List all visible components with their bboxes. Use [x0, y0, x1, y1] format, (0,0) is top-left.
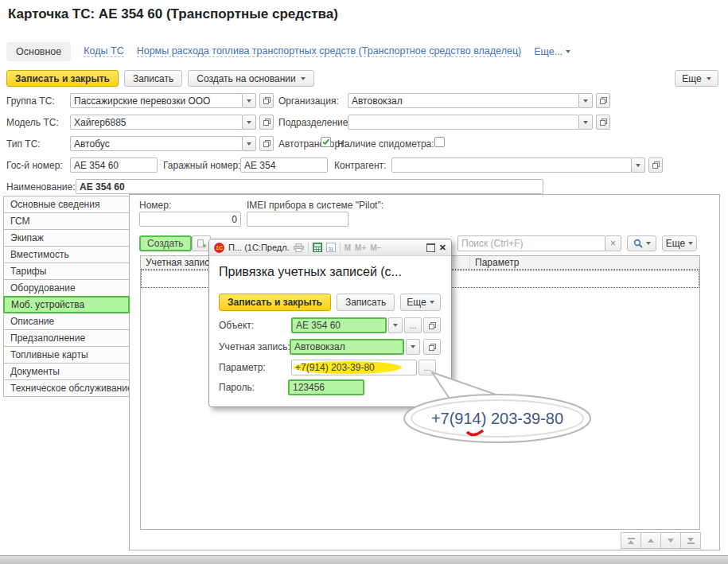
- department-open-button[interactable]: [596, 115, 610, 130]
- name-input[interactable]: [76, 179, 543, 194]
- printer-icon[interactable]: [294, 243, 304, 252]
- type-ts-open-button[interactable]: [259, 136, 274, 151]
- object-open-button[interactable]: [423, 317, 441, 333]
- garage-number-input[interactable]: [240, 158, 328, 173]
- dialog-save-close-button[interactable]: Записать и закрыть: [219, 294, 331, 311]
- tab-link-codes[interactable]: Коды ТС: [84, 45, 123, 57]
- checkmark-icon: [321, 137, 330, 147]
- search-clear-button[interactable]: ×: [605, 235, 621, 251]
- dialog-more-button[interactable]: Еще: [400, 294, 440, 311]
- object-label: Объект:: [219, 320, 254, 331]
- sidebar-item-capacity[interactable]: Вместимость: [3, 246, 130, 263]
- account-open-button[interactable]: [423, 339, 441, 355]
- department-dropdown-button[interactable]: [578, 115, 593, 130]
- object-input[interactable]: АЕ 354 60: [291, 317, 387, 333]
- account-input[interactable]: Автовокзал: [290, 339, 404, 355]
- open-window-icon: [263, 96, 271, 105]
- password-label: Пароль:: [219, 382, 255, 393]
- tab-more-menu[interactable]: Еще...: [534, 46, 570, 57]
- contractor-dropdown-button[interactable]: [631, 158, 645, 173]
- triangle-up-icon: [628, 540, 634, 544]
- sidebar-item-tariffs[interactable]: Тарифы: [3, 263, 130, 280]
- organization-input[interactable]: [348, 93, 579, 108]
- search-input[interactable]: [457, 235, 605, 251]
- callout-balloon: +7(914) 203-39-80: [394, 364, 633, 450]
- chevron-down-icon: [411, 345, 415, 348]
- model-ts-label: Модель ТС:: [6, 117, 59, 128]
- dialog-save-button[interactable]: Записать: [337, 294, 395, 311]
- go-last-icon: [687, 543, 695, 544]
- password-input[interactable]: 123456: [288, 379, 364, 395]
- model-ts-open-button[interactable]: [259, 115, 274, 130]
- memory-plus-button[interactable]: M+: [355, 243, 366, 252]
- dialog-title: П... (1С:Предл.: [228, 243, 290, 252]
- group-ts-input[interactable]: [70, 93, 243, 108]
- department-input[interactable]: [348, 115, 579, 130]
- tab-main[interactable]: Основное: [6, 42, 71, 61]
- save-button[interactable]: Записать: [124, 70, 182, 87]
- contractor-input[interactable]: [391, 158, 632, 173]
- sidebar-item-crew[interactable]: Экипаж: [3, 229, 130, 247]
- go-first-button[interactable]: [621, 532, 641, 549]
- 1c-logo-icon: 1С: [214, 243, 224, 253]
- sidebar-item-mobile-devices[interactable]: Моб. устройства: [3, 296, 130, 313]
- account-dropdown-button[interactable]: [406, 339, 420, 355]
- open-window-icon: [599, 96, 608, 105]
- gos-number-label: Гос-й номер:: [6, 160, 63, 171]
- organization-dropdown-button[interactable]: [578, 93, 593, 108]
- chevron-down-icon: [566, 50, 570, 53]
- sidebar-item-prefill[interactable]: Предзаполнение: [3, 329, 130, 347]
- type-ts-dropdown-button[interactable]: [242, 136, 256, 151]
- model-ts-dropdown-button[interactable]: [242, 115, 256, 130]
- calculator-icon[interactable]: [313, 243, 322, 252]
- number-label: Номер:: [139, 200, 171, 211]
- contractor-open-button[interactable]: [648, 158, 663, 173]
- dialog-titlebar[interactable]: 1С П... (1С:Предл. 31 M M+ M− ✕: [209, 239, 451, 256]
- sidebar-item-documents[interactable]: Документы: [3, 363, 130, 380]
- organization-open-button[interactable]: [596, 93, 610, 108]
- auto-transport-checkbox[interactable]: [321, 137, 331, 147]
- form-more-button[interactable]: Еще: [675, 70, 718, 87]
- go-previous-button[interactable]: [640, 532, 661, 549]
- sidebar-item-maintenance[interactable]: Техническое обслуживание: [3, 379, 130, 397]
- go-last-button[interactable]: [680, 532, 701, 549]
- tab-link-fuel-norms[interactable]: Нормы расхода топлива транспортных средс…: [137, 45, 522, 57]
- model-ts-input[interactable]: [70, 115, 243, 130]
- tab-more-label: Еще...: [534, 46, 563, 57]
- object-dropdown-button[interactable]: [388, 317, 403, 333]
- imei-input[interactable]: [247, 212, 348, 227]
- window-bottom-edge: [0, 555, 728, 564]
- memory-button[interactable]: M: [345, 243, 351, 252]
- name-label: Наименование:: [6, 181, 76, 193]
- maximize-icon[interactable]: [426, 243, 435, 252]
- type-ts-input[interactable]: [70, 136, 243, 151]
- object-choose-button[interactable]: ...: [404, 317, 422, 333]
- open-window-icon: [263, 118, 271, 126]
- gos-number-input[interactable]: [70, 158, 158, 173]
- chevron-down-icon: [301, 77, 306, 80]
- parameter-value: +7(914) 203-39-80: [295, 362, 375, 373]
- close-icon[interactable]: ✕: [439, 243, 446, 253]
- go-next-button[interactable]: [660, 532, 681, 549]
- column-header-parameter[interactable]: Параметр: [469, 256, 699, 269]
- speedometer-checkbox[interactable]: [434, 137, 445, 147]
- save-and-close-button[interactable]: Записать и закрыть: [6, 70, 119, 87]
- group-ts-open-button[interactable]: [259, 93, 274, 108]
- memory-minus-button[interactable]: M−: [370, 243, 381, 252]
- sidebar-item-main-info[interactable]: Основные сведения: [3, 196, 130, 213]
- create-based-on-button[interactable]: Создать на основании: [188, 70, 314, 87]
- speedometer-label: Наличие спидометра:: [337, 138, 434, 150]
- create-button[interactable]: Создать: [139, 235, 192, 251]
- calendar-icon[interactable]: 31: [326, 243, 336, 252]
- create-based-on-label: Создать на основании: [197, 73, 296, 84]
- chevron-down-icon: [430, 301, 434, 304]
- sidebar-item-fuel-cards[interactable]: Топливные карты: [3, 346, 130, 364]
- sidebar-item-equipment[interactable]: Оборудование: [3, 279, 130, 297]
- sidebar-item-gsm[interactable]: ГСМ: [3, 212, 130, 230]
- chevron-down-icon: [583, 99, 588, 103]
- list-more-button[interactable]: Еще: [662, 235, 697, 251]
- number-input[interactable]: [139, 212, 241, 227]
- search-button[interactable]: [627, 235, 656, 251]
- group-ts-dropdown-button[interactable]: [242, 93, 256, 108]
- sidebar-item-description[interactable]: Описание: [3, 313, 130, 330]
